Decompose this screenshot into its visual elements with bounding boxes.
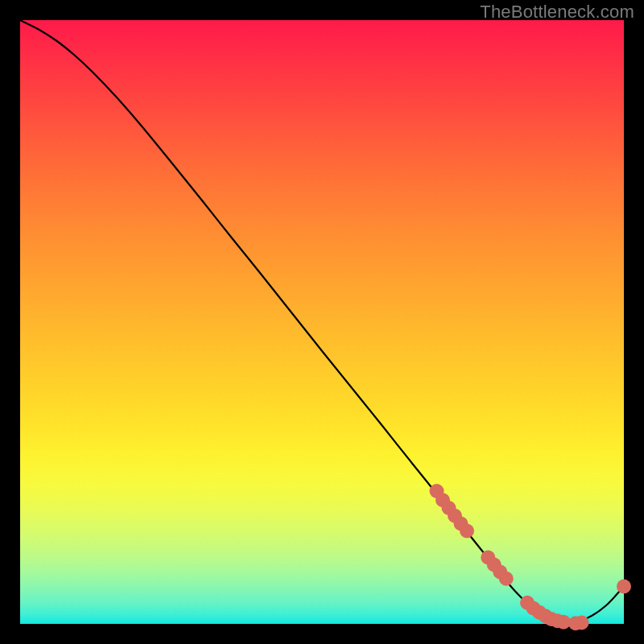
curve-svg bbox=[20, 20, 624, 624]
data-marker bbox=[499, 572, 514, 586]
curve-path bbox=[20, 20, 624, 623]
chart-frame: TheBottleneck.com bbox=[0, 0, 644, 644]
data-marker-end bbox=[617, 580, 631, 594]
plot-area bbox=[20, 20, 624, 624]
data-marker bbox=[575, 616, 589, 630]
data-marker bbox=[460, 524, 474, 539]
marker-group bbox=[430, 484, 632, 630]
